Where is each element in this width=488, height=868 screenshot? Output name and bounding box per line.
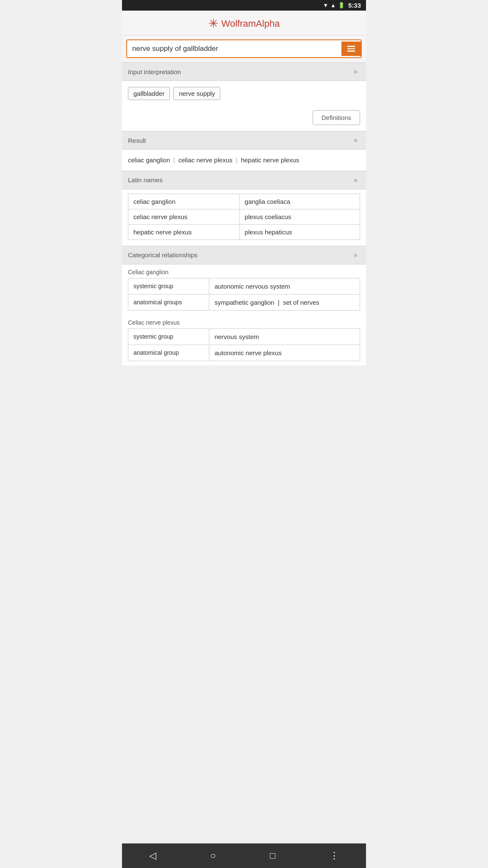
latin-names-expand-btn[interactable]: » xyxy=(351,175,360,185)
status-bar: ▼ ▲ 🔋 5:33 xyxy=(122,0,366,11)
latin-english-1: celiac ganglion xyxy=(128,194,240,209)
celiac-ganglion-cat-table: systemic group autonomic nervous system … xyxy=(128,278,360,311)
search-bar xyxy=(126,39,362,58)
table-row: anatomical group autonomic nerve plexus xyxy=(128,345,360,361)
cat-anatomical-group-value-2: autonomic nerve plexus xyxy=(209,345,360,361)
input-interpretation-section: Input interpretation » gallbladder nerve… xyxy=(122,62,366,131)
table-row: celiac ganglion ganglia coeliaca xyxy=(128,194,360,209)
latin-latin-3: plexus hepaticus xyxy=(239,224,360,239)
definitions-button[interactable]: Definitions xyxy=(313,110,360,125)
search-menu-button[interactable] xyxy=(341,42,361,56)
result-sep-1: | xyxy=(172,155,177,166)
result-content: celiac ganglion | celiac nerve plexus | … xyxy=(122,150,366,171)
cat-systemic-group-value-1: autonomic nervous system xyxy=(209,278,360,294)
latin-names-header: Latin names » xyxy=(122,171,366,189)
result-section: Result » celiac ganglion | celiac nerve … xyxy=(122,131,366,171)
input-interpretation-header: Input interpretation » xyxy=(122,62,366,81)
tag-nerve-supply: nerve supply xyxy=(173,87,220,100)
latin-names-table: celiac ganglion ganglia coeliaca celiac … xyxy=(128,194,360,240)
categorical-relationships-section: Categorical relationships » Celiac gangl… xyxy=(122,246,366,365)
battery-icon: 🔋 xyxy=(338,2,345,8)
celiac-nerve-plexus-label: Celiac nerve plexus xyxy=(122,315,366,328)
result-celiac-nerve-plexus: celiac nerve plexus xyxy=(178,155,233,166)
celiac-ganglion-cat-group: Celiac ganglion systemic group autonomic… xyxy=(122,264,366,315)
result-celiac-ganglion: celiac ganglion xyxy=(128,155,170,166)
result-hepatic-nerve-plexus: hepatic nerve plexus xyxy=(241,155,299,166)
latin-names-table-container: celiac ganglion ganglia coeliaca celiac … xyxy=(122,189,366,246)
wolfram-logo-icon: ✳ xyxy=(208,17,218,31)
input-interpretation-content: gallbladder nerve supply xyxy=(122,81,366,106)
latin-english-3: hepatic nerve plexus xyxy=(128,224,240,239)
latin-latin-1: ganglia coeliaca xyxy=(239,194,360,209)
cat-systemic-group-value-2: nervous system xyxy=(209,328,360,345)
table-row: systemic group autonomic nervous system xyxy=(128,278,360,294)
result-sep-2: | xyxy=(234,155,239,166)
tag-gallbladder: gallbladder xyxy=(128,87,170,100)
hamburger-icon xyxy=(347,46,355,52)
celiac-ganglion-label: Celiac ganglion xyxy=(122,264,366,278)
celiac-nerve-plexus-cat-table: systemic group nervous system anatomical… xyxy=(128,328,360,361)
result-header: Result » xyxy=(122,131,366,150)
logo-container: ✳ WolframAlpha xyxy=(208,17,280,31)
categorical-title: Categorical relationships xyxy=(128,251,197,259)
cat-anatomical-groups-label-1: anatomical groups xyxy=(128,294,209,310)
tag-row: gallbladder nerve supply xyxy=(128,87,360,100)
signal-icon: ▲ xyxy=(330,2,336,8)
celiac-nerve-plexus-cat-group: Celiac nerve plexus systemic group nervo… xyxy=(122,315,366,365)
definitions-btn-row: Definitions xyxy=(122,106,366,131)
latin-latin-2: plexus coeliacus xyxy=(239,209,360,224)
wolfram-logo-text: WolframAlpha xyxy=(222,18,280,29)
cat-systemic-group-label-1: systemic group xyxy=(128,278,209,294)
search-input[interactable] xyxy=(127,40,341,57)
input-interpretation-expand-btn[interactable]: » xyxy=(351,67,360,76)
table-row: systemic group nervous system xyxy=(128,328,360,345)
cat-anatomical-groups-value-1: sympathetic ganglion | set of nerves xyxy=(209,294,360,310)
search-bar-container xyxy=(122,35,366,62)
latin-english-2: celiac nerve plexus xyxy=(128,209,240,224)
table-row: hepatic nerve plexus plexus hepaticus xyxy=(128,224,360,239)
wifi-icon: ▼ xyxy=(323,2,328,8)
result-expand-btn[interactable]: » xyxy=(351,136,360,145)
input-interpretation-title: Input interpretation xyxy=(128,68,181,75)
time-display: 5:33 xyxy=(348,2,361,9)
categorical-expand-btn[interactable]: » xyxy=(351,250,360,260)
cat-anatomical-group-label-2: anatomical group xyxy=(128,345,209,361)
latin-names-title: Latin names xyxy=(128,176,163,184)
header: ✳ WolframAlpha xyxy=(122,11,366,35)
latin-names-section: Latin names » celiac ganglion ganglia co… xyxy=(122,171,366,246)
cat-systemic-group-label-2: systemic group xyxy=(128,328,209,345)
table-row: anatomical groups sympathetic ganglion |… xyxy=(128,294,360,310)
result-list: celiac ganglion | celiac nerve plexus | … xyxy=(128,155,360,166)
table-row: celiac nerve plexus plexus coeliacus xyxy=(128,209,360,224)
categorical-header: Categorical relationships » xyxy=(122,246,366,264)
result-title: Result xyxy=(128,137,146,144)
